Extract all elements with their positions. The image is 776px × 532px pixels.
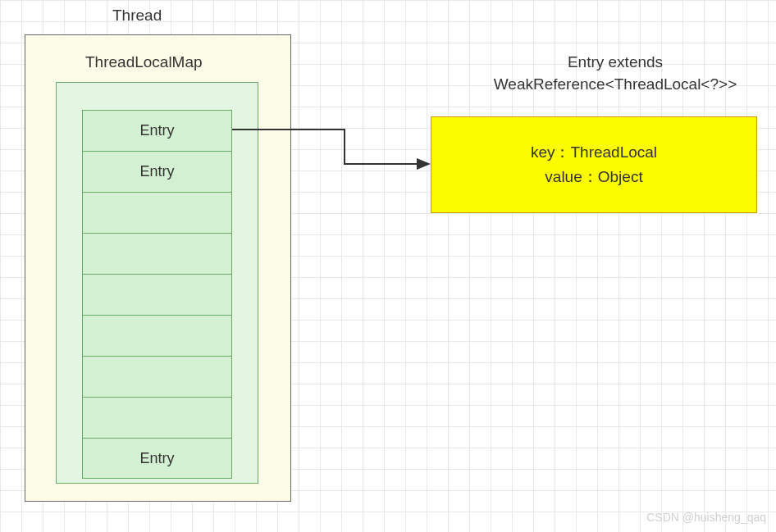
entry-detail-box: key：ThreadLocal value：Object <box>431 116 757 213</box>
entries-table: Entry Entry Entry <box>82 110 232 479</box>
svg-marker-0 <box>417 158 431 170</box>
entry-title-line1: Entry extends <box>468 52 763 74</box>
entry-cell <box>82 233 232 274</box>
entry-cell <box>82 274 232 315</box>
entry-cell <box>82 192 232 233</box>
entry-cell <box>82 315 232 356</box>
entry-title-line2: WeakReference<ThreadLocal<?>> <box>468 74 763 96</box>
thread-label: Thread <box>112 7 162 25</box>
entry-cell <box>82 397 232 438</box>
entry-cell: Entry <box>82 110 232 151</box>
watermark: CSDN @huisheng_qaq <box>646 511 766 524</box>
entry-key-line: key：ThreadLocal <box>531 140 657 165</box>
entry-class-title: Entry extends WeakReference<ThreadLocal<… <box>468 52 763 95</box>
entry-cell <box>82 356 232 397</box>
entry-cell: Entry <box>82 438 232 479</box>
threadlocalmap-label: ThreadLocalMap <box>85 53 203 71</box>
arrow-icon <box>230 127 443 176</box>
entry-value-line: value：Object <box>545 165 642 189</box>
entry-cell: Entry <box>82 151 232 192</box>
